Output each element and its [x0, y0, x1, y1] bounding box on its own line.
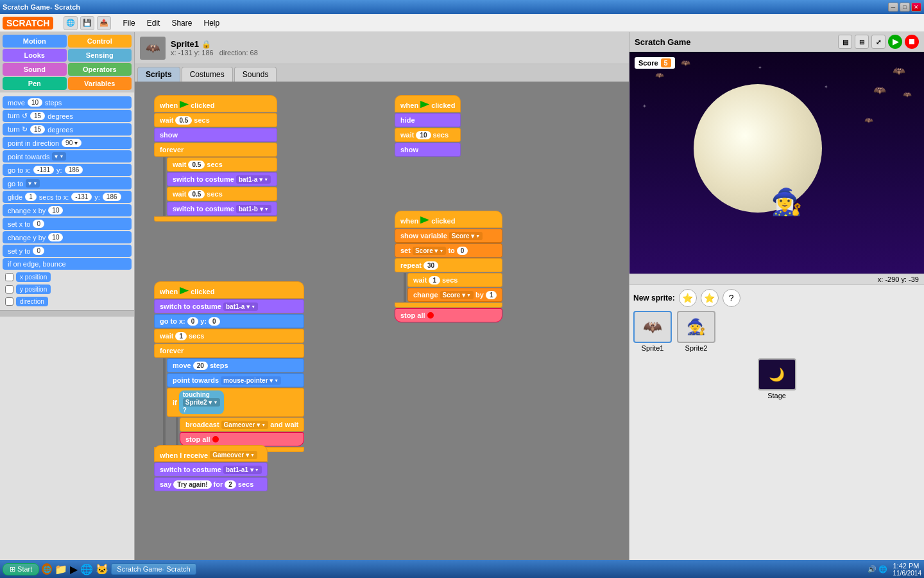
block-switch-costume-3[interactable]: switch to costume bat1-a ▾ — [154, 299, 304, 313]
sprite-from-file-btn[interactable]: ⭐ — [701, 289, 719, 307]
block-point-towards[interactable]: point towards ▾ — [3, 150, 132, 162]
stage-panel: Scratch Game ▤ ⊞ ⤢ ▶ ⏹ Score 5 🧙‍♀️ 🦇 🦇 — [629, 32, 924, 560]
block-set-y[interactable]: set y to 0 — [3, 245, 132, 257]
stage-canvas[interactable]: Score 5 🧙‍♀️ 🦇 🦇 🦇 🦇 🦇 🦇 ✦ ✦ ✦ — [629, 52, 924, 274]
menu-file[interactable]: File — [117, 17, 140, 29]
block-switch-costume-4[interactable]: switch to costume bat1-a1 ▾ — [154, 462, 268, 477]
cat-sound-btn[interactable]: Sound — [3, 63, 67, 76]
sprite1-thumb[interactable]: 🦇 — [633, 311, 672, 343]
block-goto-xy[interactable]: go to x: -131 y: 186 — [3, 164, 132, 176]
block-when-flag-2[interactable]: when clicked — [154, 281, 304, 299]
forever-cap-1 — [154, 216, 277, 222]
cat-control-btn[interactable]: Control — [68, 35, 132, 48]
cat-pen-btn[interactable]: Pen — [3, 77, 67, 90]
sprite2-label: Sprite2 — [685, 344, 708, 352]
block-show-1[interactable]: show — [154, 128, 277, 142]
block-show-2[interactable]: show — [395, 143, 461, 157]
block-when-flag-1[interactable]: when clicked — [154, 95, 277, 112]
sprite-paint-btn[interactable]: ⭐ — [679, 289, 697, 307]
block-say[interactable]: say Try again! for 2 secs — [154, 477, 268, 491]
block-point-towards-mouse[interactable]: point towards mouse-pointer ▾ — [167, 373, 304, 387]
block-goto[interactable]: go to ▾ — [3, 177, 132, 189]
y-position-checkbox[interactable] — [5, 285, 13, 293]
block-wait-3[interactable]: wait 0.5 secs — [167, 187, 277, 201]
taskbar-scratch-icon[interactable]: 🐱 — [96, 563, 108, 575]
block-when-receive[interactable]: when I receive Gameover ▾ — [154, 445, 268, 462]
tab-costumes[interactable]: Costumes — [182, 67, 233, 82]
maximize-button[interactable]: □ — [900, 3, 910, 12]
reporter-x-position[interactable]: x position — [3, 271, 132, 283]
block-point-direction[interactable]: point in direction 90 ▾ — [3, 137, 132, 149]
start-button[interactable]: ⊞ Start — [3, 563, 39, 575]
taskbar-chrome-icon[interactable]: 🌐 — [80, 563, 93, 575]
reporter-y-position[interactable]: y position — [3, 283, 132, 295]
block-wait-1[interactable]: wait 0.5 secs — [154, 113, 277, 127]
cat-motion-btn[interactable]: Motion — [3, 35, 67, 48]
menu-edit[interactable]: Edit — [142, 17, 166, 29]
block-move[interactable]: move 10 steps — [3, 96, 132, 109]
block-forever-2[interactable]: forever — [154, 344, 304, 358]
layout-btn-3[interactable]: ⤢ — [871, 35, 886, 49]
minimize-button[interactable]: ─ — [888, 3, 898, 12]
block-stop-all-2[interactable]: stop all — [395, 308, 502, 322]
block-wait-10[interactable]: wait 10 secs — [395, 128, 461, 142]
taskbar-media-icon[interactable]: ▶ — [70, 563, 78, 575]
sprite-item-1[interactable]: 🦇 Sprite1 — [633, 311, 672, 352]
cat-sensing-btn[interactable]: Sensing — [68, 49, 132, 62]
block-repeat-30[interactable]: repeat 30 — [395, 258, 502, 272]
block-turn-ccw[interactable]: turn ↺ 15 degrees — [3, 110, 132, 122]
block-switch-costume-2[interactable]: switch to costume bat1-b ▾ — [167, 202, 277, 216]
taskbar-app-btn[interactable]: Scratch Game- Scratch — [111, 563, 196, 575]
block-when-flag-3[interactable]: when clicked — [395, 95, 461, 112]
block-hide[interactable]: hide — [395, 113, 461, 127]
block-if-touching[interactable]: if touching Sprite2 ▾ ? — [167, 388, 304, 417]
green-flag-button[interactable]: ▶ — [888, 35, 902, 49]
block-broadcast[interactable]: broadcast Gameover ▾ and wait — [180, 417, 304, 432]
block-when-flag-4[interactable]: when clicked — [395, 211, 502, 228]
taskbar-files-icon[interactable]: 📁 — [55, 563, 67, 575]
tab-scripts[interactable]: Scripts — [137, 67, 180, 82]
block-change-x[interactable]: change x by 10 — [3, 204, 132, 216]
x-position-checkbox[interactable] — [5, 273, 13, 281]
block-glide[interactable]: glide 1 secs to x: -131 y: 186 — [3, 191, 132, 203]
tab-sounds[interactable]: Sounds — [234, 67, 277, 82]
share-icon[interactable]: 📤 — [97, 16, 111, 30]
block-change-score[interactable]: change Score ▾ by 1 — [407, 288, 502, 302]
taskbar-ie-icon[interactable]: 🌐 — [42, 563, 52, 575]
stop-button[interactable]: ⏹ — [905, 35, 919, 49]
sprite-item-2[interactable]: 🧙 Sprite2 — [677, 311, 715, 352]
block-move-20[interactable]: move 20 steps — [167, 358, 304, 372]
block-switch-costume-1[interactable]: switch to costume bat1-a ▾ — [167, 172, 277, 186]
sprite2-thumb[interactable]: 🧙 — [677, 311, 715, 343]
block-forever-1[interactable]: forever — [154, 143, 277, 157]
save-icon[interactable]: 💾 — [80, 16, 94, 30]
reporter-direction[interactable]: direction — [3, 295, 132, 308]
bat-3: 🦇 — [903, 91, 912, 99]
block-goto-xy-2[interactable]: go to x: 0 y: 0 — [154, 314, 304, 328]
block-wait-2[interactable]: wait 0.5 secs — [167, 157, 277, 171]
cat-variables-btn[interactable]: Variables — [68, 77, 132, 90]
close-button[interactable]: ✕ — [911, 3, 921, 12]
block-turn-cw[interactable]: turn ↻ 15 degrees — [3, 123, 132, 136]
menu-help[interactable]: Help — [198, 17, 225, 29]
layout-btn-1[interactable]: ▤ — [838, 35, 852, 49]
system-icons: 🔊 🌐 — [868, 565, 887, 574]
layout-btn-2[interactable]: ⊞ — [855, 35, 869, 49]
cat-looks-btn[interactable]: Looks — [3, 49, 67, 62]
cat-operators-btn[interactable]: Operators — [68, 63, 132, 76]
scripts-canvas[interactable]: when clicked wait 0.5 secs show forever … — [135, 82, 629, 560]
sprite-random-btn[interactable]: ? — [723, 289, 740, 307]
direction-checkbox[interactable] — [5, 297, 13, 306]
block-change-y[interactable]: change y by 10 — [3, 231, 132, 243]
block-wait-4[interactable]: wait 1 secs — [154, 329, 304, 343]
globe-icon[interactable]: 🌐 — [64, 16, 78, 30]
block-wait-5[interactable]: wait 1 secs — [407, 273, 502, 287]
block-set-score[interactable]: set Score ▾ to 0 — [395, 243, 502, 258]
stage-thumb[interactable]: 🌙 — [758, 358, 796, 390]
scripts-area: 🦇 Sprite1 🔒 x: -131 y: 186 direction: 68… — [135, 32, 629, 560]
stage-item[interactable]: 🌙 Stage — [633, 358, 920, 399]
menu-share[interactable]: Share — [166, 17, 197, 29]
block-show-variable[interactable]: show variable Score ▾ — [395, 229, 502, 243]
block-edge-bounce[interactable]: if on edge, bounce — [3, 258, 132, 270]
block-set-x[interactable]: set x to 0 — [3, 218, 132, 230]
